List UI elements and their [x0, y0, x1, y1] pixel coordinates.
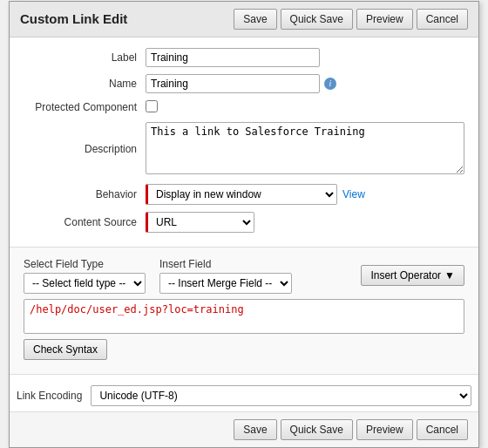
protected-component-label: Protected Component [24, 101, 146, 113]
insert-field-col: Insert Field -- Insert Merge Field -- [159, 258, 292, 294]
content-source-select[interactable]: URL Visualforce Page sControl [146, 212, 254, 233]
view-link[interactable]: View [342, 188, 365, 200]
description-control: This a link to Salesforce Training [146, 122, 464, 177]
field-section: Select Field Type -- Select field type -… [10, 247, 478, 375]
header-cancel-button[interactable]: Cancel [417, 9, 468, 30]
name-field-label: Name [24, 78, 146, 90]
footer-buttons: Save Quick Save Preview Cancel [10, 411, 478, 447]
insert-field-select[interactable]: -- Insert Merge Field -- [159, 273, 292, 294]
behavior-select[interactable]: Display in new window Display in same wi… [146, 184, 337, 205]
info-icon[interactable]: i [324, 78, 336, 90]
select-field-type-select[interactable]: -- Select field type -- [24, 273, 146, 294]
footer-cancel-button[interactable]: Cancel [417, 419, 468, 440]
footer-save-button[interactable]: Save [234, 419, 276, 440]
protected-component-row: Protected Component [24, 100, 464, 115]
header-quick-save-button[interactable]: Quick Save [281, 9, 353, 30]
label-field-control [146, 48, 464, 67]
select-field-type-label: Select Field Type [24, 258, 146, 270]
label-input[interactable] [146, 48, 320, 67]
custom-link-edit-dialog: Custom Link Edit Save Quick Save Preview… [9, 1, 479, 448]
protected-component-control [146, 100, 464, 115]
description-label: Description [24, 143, 146, 155]
name-field-control: i [146, 74, 464, 93]
behavior-wrapper: Display in new window Display in same wi… [146, 184, 464, 205]
header-buttons: Save Quick Save Preview Cancel [234, 9, 468, 30]
insert-field-label: Insert Field [159, 258, 292, 270]
select-field-type-col: Select Field Type -- Select field type -… [24, 258, 146, 294]
name-wrapper: i [146, 74, 464, 93]
insert-operator-button[interactable]: Insert Operator ▼ [361, 265, 464, 286]
dialog-title: Custom Link Edit [20, 11, 127, 26]
dialog-header: Custom Link Edit Save Quick Save Preview… [10, 2, 478, 37]
label-row: Label [24, 48, 464, 67]
description-row: Description This a link to Salesforce Tr… [24, 122, 464, 177]
protected-component-checkbox[interactable] [146, 100, 158, 112]
name-row: Name i [24, 74, 464, 93]
content-source-label: Content Source [24, 216, 146, 228]
content-source-row: Content Source URL Visualforce Page sCon… [24, 212, 464, 233]
header-preview-button[interactable]: Preview [356, 9, 413, 30]
field-row-top: Select Field Type -- Select field type -… [24, 258, 464, 294]
field-section-inner: Select Field Type -- Select field type -… [17, 253, 471, 370]
check-syntax-button[interactable]: Check Syntax [24, 339, 107, 360]
form-body: Label Name i Protected Component De [10, 37, 478, 247]
behavior-control: Display in new window Display in same wi… [146, 184, 464, 205]
encoding-row: Link Encoding Unicode (UTF-8) ISO-8859-1… [10, 380, 478, 411]
url-area[interactable]: /help/doc/user_ed.jsp?loc=training [24, 299, 464, 334]
description-textarea[interactable]: This a link to Salesforce Training [146, 122, 464, 174]
label-field-label: Label [24, 51, 146, 64]
behavior-label: Behavior [24, 188, 146, 200]
name-input[interactable] [146, 74, 320, 93]
insert-operator-label: Insert Operator [370, 269, 441, 282]
footer-preview-button[interactable]: Preview [356, 419, 413, 440]
footer-quick-save-button[interactable]: Quick Save [281, 419, 353, 440]
content-source-control: URL Visualforce Page sControl [146, 212, 464, 233]
behavior-row: Behavior Display in new window Display i… [24, 184, 464, 205]
insert-operator-chevron-icon: ▼ [444, 269, 455, 282]
encoding-label: Link Encoding [17, 390, 82, 402]
header-save-button[interactable]: Save [234, 9, 276, 30]
encoding-select[interactable]: Unicode (UTF-8) ISO-8859-1 (General US &… [91, 385, 471, 406]
